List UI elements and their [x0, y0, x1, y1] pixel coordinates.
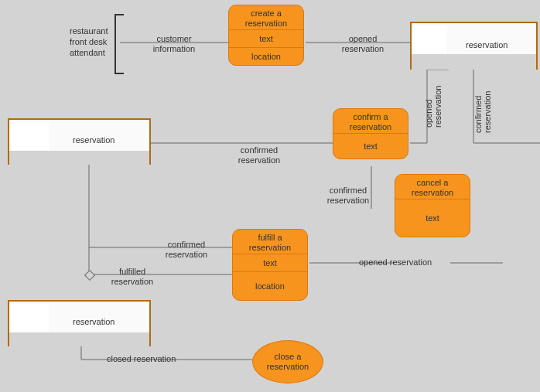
label-confirmed-3: confirmedreservation [159, 240, 214, 259]
node-create-sec1: text [229, 29, 303, 47]
card-reservation-left-label: reservation [73, 135, 114, 145]
label-confirmed-vertical: confirmedreservation [473, 91, 492, 133]
node-confirm-sec1: text [333, 133, 408, 159]
node-confirm-reservation[interactable]: confirm areservation text [333, 108, 408, 159]
node-confirm-title: confirm areservation [333, 109, 408, 133]
label-opened-reservation: openedreservation [336, 34, 390, 53]
node-close-reservation[interactable]: close areservation [252, 340, 323, 383]
node-cancel-reservation[interactable]: cancel areservation text [395, 174, 470, 237]
label-opened-vertical: openedreservation [424, 86, 443, 128]
node-create-title: create areservation [229, 5, 303, 29]
label-customer-information: customerinformation [147, 34, 201, 53]
card-reservation-bottom[interactable]: reservation [8, 300, 151, 346]
label-fulfilled: fulfilledreservation [105, 267, 159, 286]
card-reservation-left[interactable]: reservation [8, 118, 151, 165]
node-close-title: close areservation [267, 352, 309, 371]
node-create-reservation[interactable]: create areservation text location [228, 5, 304, 66]
label-closed: closed reservation [107, 354, 192, 364]
node-fulfill-sec1: text [233, 254, 307, 271]
card-reservation-bottom-label: reservation [73, 317, 114, 326]
card-reservation-top-label: reservation [466, 40, 508, 49]
actor-label: restaurantfront deskattendant [70, 26, 116, 58]
card-reservation-top[interactable]: reservation [410, 22, 538, 70]
node-fulfill-title: fulfill areservation [233, 230, 307, 254]
node-fulfill-sec2: location [233, 271, 307, 300]
node-fulfill-reservation[interactable]: fulfill areservation text location [232, 229, 308, 301]
label-confirmed-2: confirmedreservation [325, 186, 371, 205]
label-confirmed-1: confirmedreservation [232, 145, 286, 165]
node-create-sec2: location [229, 47, 303, 65]
label-opened-h: opened reservation [359, 257, 467, 268]
actor-text: restaurantfront deskattendant [70, 26, 108, 57]
node-cancel-title: cancel areservation [395, 175, 470, 199]
node-cancel-sec1: text [395, 199, 470, 237]
